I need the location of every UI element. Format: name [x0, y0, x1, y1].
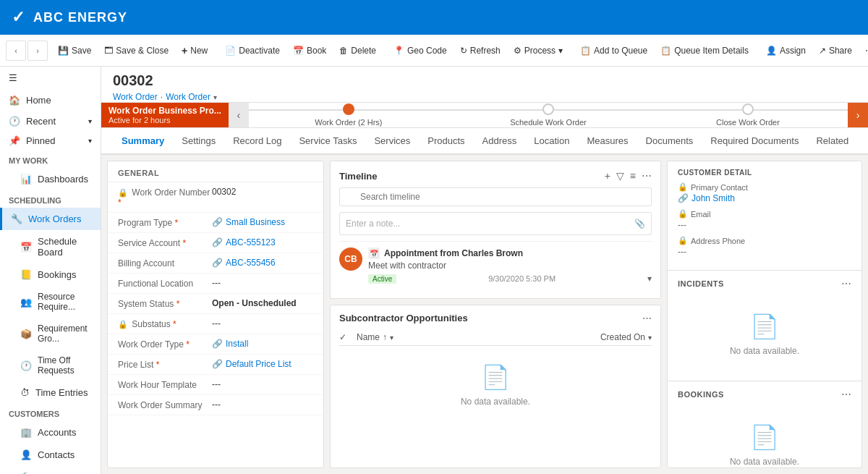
nav-forward-button[interactable]: › — [27, 41, 48, 61]
field-value-work-order-type[interactable]: 🔗 Install — [212, 339, 313, 349]
lock-icon-substatus: 🔒 — [118, 320, 128, 329]
sidebar-item-schedule-board[interactable]: 📅 Schedule Board — [0, 230, 101, 263]
entry-footer: Active 9/30/2020 5:30 PM ▾ — [368, 274, 652, 284]
contact-link-icon: 🔗 — [678, 193, 689, 203]
sidebar-item-contractor[interactable]: 🔨 Contractor — [0, 466, 101, 474]
record-header: 00302 Work Order · Work Order ▾ — [101, 67, 868, 103]
sidebar-item-resource-req[interactable]: 👥 Resource Require... — [0, 286, 101, 318]
field-label-program-type: Program Type * — [118, 217, 212, 228]
delete-button[interactable]: 🗑 Delete — [333, 43, 382, 59]
stage-prev-button[interactable]: ‹ — [229, 103, 249, 127]
save-button[interactable]: 💾 Save — [52, 43, 97, 59]
note-area[interactable]: Enter a note... 📎 — [339, 212, 652, 235]
col-created-sort-icon[interactable]: ▾ — [648, 334, 652, 342]
bookings-title: BOOKINGS — [678, 390, 724, 399]
save-close-button[interactable]: 🗔 Save & Close — [98, 43, 174, 59]
stage-3[interactable]: Close Work Order — [648, 103, 848, 127]
sub-more-button[interactable]: ⋯ — [642, 313, 652, 323]
sidebar-item-recent[interactable]: 🕐 Recent ▾ — [0, 111, 101, 131]
sidebar-item-bookings[interactable]: 📒 Bookings — [0, 263, 101, 286]
queue-item-details-button[interactable]: 📋 Queue Item Details — [655, 43, 754, 59]
timeline-list-button[interactable]: ≡ — [630, 170, 636, 182]
primary-contact-value[interactable]: 🔗 John Smith — [678, 193, 851, 203]
bookings-more-button[interactable]: ⋯ — [841, 389, 851, 400]
add-to-queue-button[interactable]: 📋 Add to Queue — [574, 43, 653, 59]
breadcrumb-link2[interactable]: Work Order — [166, 92, 210, 102]
sidebar-item-home[interactable]: 🏠 Home — [0, 89, 101, 111]
timeline-filter-button[interactable]: ▽ — [616, 170, 624, 182]
main-content: 00302 Work Order · Work Order ▾ Work Ord… — [101, 67, 868, 474]
tab-address[interactable]: Address — [474, 128, 526, 155]
stage-1[interactable]: Work Order (2 Hrs) — [249, 103, 448, 127]
email-label: 🔒 Email — [678, 209, 851, 219]
queue-add-icon: 📋 — [580, 46, 591, 56]
sidebar-item-time-entries[interactable]: ⏱ Time Entries — [0, 381, 101, 404]
field-label-work-order-type: Work Order Type * — [118, 339, 212, 350]
app-body: ☰ 🏠 Home 🕐 Recent ▾ 📌 Pinned ▾ My Work 📊… — [0, 67, 868, 474]
promo-sub: Active for 2 hours — [109, 116, 221, 124]
process-icon: ⚙ — [514, 46, 522, 56]
time-entries-icon: ⏱ — [20, 387, 30, 398]
sidebar-item-contacts[interactable]: 👤 Contacts — [0, 444, 101, 466]
customer-detail-title: CUSTOMER DETAIL — [678, 169, 851, 177]
tab-location[interactable]: Location — [525, 128, 578, 155]
field-value-service-account[interactable]: 🔗 ABC-555123 — [212, 237, 313, 247]
field-value-price-list[interactable]: 🔗 Default Price List — [212, 359, 313, 369]
incidents-more-button[interactable]: ⋯ — [841, 278, 851, 289]
breadcrumb-link1[interactable]: Work Order — [113, 92, 158, 102]
tab-service-tasks[interactable]: Service Tasks — [290, 128, 365, 155]
tab-record-log[interactable]: Record Log — [224, 128, 290, 155]
email-value: --- — [678, 220, 851, 230]
tab-documents[interactable]: Documents — [637, 128, 702, 155]
recent-icon: 🕐 — [9, 116, 20, 127]
stage-1-dot — [343, 103, 354, 115]
process-button[interactable]: ⚙ Process ▾ — [508, 43, 569, 59]
panels: GENERAL 🔒 Work Order Number * 00302 Prog… — [101, 155, 868, 474]
timeline-search-input[interactable] — [339, 187, 652, 206]
sidebar-item-requirement-grp[interactable]: 📦 Requirement Gro... — [0, 318, 101, 350]
tab-required-docs[interactable]: Required Documents — [702, 128, 807, 155]
incidents-no-data-icon: 📄 — [750, 313, 779, 340]
time-off-icon: 🕐 — [20, 360, 32, 371]
checkbox-col: ✓ — [339, 332, 354, 342]
tab-settings[interactable]: Settings — [173, 128, 224, 155]
tab-products[interactable]: Products — [419, 128, 473, 155]
tab-related[interactable]: Related — [807, 128, 857, 155]
tab-measures[interactable]: Measures — [578, 128, 637, 155]
sidebar-hamburger[interactable]: ☰ — [0, 67, 101, 89]
field-value-functional-location: --- — [212, 278, 313, 288]
deactivate-button[interactable]: 📄 Deactivate — [219, 43, 286, 59]
sidebar-item-accounts[interactable]: 🏢 Accounts — [0, 421, 101, 444]
tab-services[interactable]: Services — [365, 128, 419, 155]
more-button[interactable]: ⋯ — [859, 43, 868, 59]
new-button[interactable]: + New — [176, 42, 213, 59]
deactivate-icon: 📄 — [225, 46, 236, 56]
col-sort-icon[interactable]: ↑ — [383, 332, 387, 342]
bookings-header: BOOKINGS ⋯ — [678, 389, 851, 400]
geo-code-button[interactable]: 📍 Geo Code — [388, 43, 453, 59]
assign-button[interactable]: 👤 Assign — [760, 43, 812, 59]
tab-summary[interactable]: Summary — [113, 128, 173, 155]
sidebar-item-pinned[interactable]: 📌 Pinned ▾ — [0, 131, 101, 151]
lock-icon-contact: 🔒 — [678, 182, 688, 192]
no-data-icon: 📄 — [481, 363, 510, 391]
stage-next-button[interactable]: › — [848, 103, 868, 127]
refresh-button[interactable]: ↻ Refresh — [454, 43, 506, 59]
entry-expand-icon[interactable]: ▾ — [647, 274, 652, 284]
breadcrumb-sep: · — [161, 92, 163, 102]
sidebar-item-work-orders[interactable]: 🔧 Work Orders — [0, 208, 101, 230]
timeline-entry: CB 📅 Appointment from Charles Brown Meet… — [339, 241, 652, 289]
nav-back-button[interactable]: ‹ — [6, 41, 26, 61]
timeline-add-button[interactable]: + — [605, 170, 610, 182]
field-label-work-hour-template: Work Hour Template — [118, 379, 212, 390]
logo-v-icon: ✓ — [12, 8, 25, 27]
field-value-program-type[interactable]: 🔗 Small Business — [212, 217, 313, 227]
stage-2[interactable]: Schedule Work Order — [448, 103, 648, 127]
share-button[interactable]: ↗ Share — [813, 43, 858, 59]
field-value-billing-account[interactable]: 🔗 ABC-555456 — [212, 258, 313, 268]
book-button[interactable]: 📅 Book — [287, 43, 332, 59]
sidebar-item-time-off[interactable]: 🕐 Time Off Requests — [0, 350, 101, 381]
sidebar-item-dashboards[interactable]: 📊 Dashboards — [0, 168, 101, 190]
timeline-more-button[interactable]: ⋯ — [642, 170, 652, 182]
menu-icon: ☰ — [9, 72, 17, 83]
